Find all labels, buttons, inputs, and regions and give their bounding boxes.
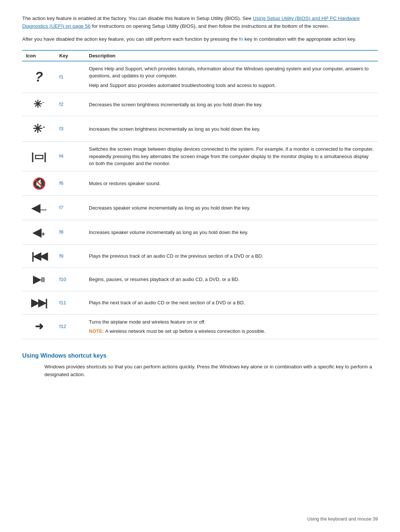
table-row: ◀—f7Decreases speaker volume incremental…: [22, 195, 378, 220]
row-description: Increases the screen brightness incremen…: [85, 116, 378, 142]
row-key: f10: [56, 268, 85, 291]
after-paragraph: After you have disabled the action key f…: [22, 36, 378, 43]
row-icon: ◀—: [22, 195, 56, 220]
table-row: |▭|f4Switches the screen image between d…: [22, 142, 378, 171]
row-description: Plays the previous track of an audio CD …: [85, 244, 378, 268]
row-description: Increases speaker volume incrementally a…: [85, 220, 378, 244]
table-row: ✳−f2Decreases the screen brightness incr…: [22, 93, 378, 116]
desc-paragraph: Opens Help and Support, which provides t…: [89, 65, 374, 80]
after-text-post: key in combination with the appropriate …: [243, 36, 356, 42]
table-row: ▶IIf10Begins, pauses, or resumes playbac…: [22, 268, 378, 291]
row-icon: ▶II: [22, 268, 56, 291]
row-icon: 🔇: [22, 171, 56, 195]
desc-paragraph: Help and Support also provides automated…: [89, 82, 374, 89]
table-row: |◀◀f9Plays the previous track of an audi…: [22, 244, 378, 268]
after-text-pre: After you have disabled the action key f…: [22, 36, 239, 42]
header-description: Description: [85, 50, 378, 61]
row-icon: |◀◀: [22, 244, 56, 268]
row-key: f2: [56, 93, 85, 116]
row-key: f3: [56, 116, 85, 142]
row-key: f6: [56, 171, 85, 195]
row-description: Plays the next track of an audio CD or t…: [85, 291, 378, 314]
table-row: 🔇f6Mutes or restores speaker sound.: [22, 171, 378, 195]
action-keys-table: Icon Key Description ?f1Opens Help and S…: [22, 50, 378, 339]
desc-paragraph: Increases speaker volume incrementally a…: [89, 229, 374, 236]
row-description: Begins, pauses, or resumes playback of a…: [85, 268, 378, 291]
row-description: Opens Help and Support, which provides t…: [85, 61, 378, 93]
intro-text-before-link: The action key feature is enabled at the…: [22, 16, 253, 21]
row-icon: ◀+: [22, 220, 56, 244]
note-label: NOTE:: [89, 328, 105, 334]
table-header-row: Icon Key Description: [22, 50, 378, 61]
section-body: Windows provides shortcuts so that you c…: [44, 363, 378, 379]
section-body-text: Windows provides shortcuts so that you c…: [44, 363, 378, 379]
row-key: f11: [56, 291, 85, 314]
header-icon: Icon: [22, 50, 56, 61]
desc-paragraph: Plays the next track of an audio CD or t…: [89, 299, 374, 307]
section-heading: Using Windows shortcut keys: [22, 352, 378, 359]
desc-paragraph: Decreases speaker volume incrementally a…: [89, 204, 374, 212]
row-key: f8: [56, 220, 85, 244]
desc-paragraph: Increases the screen brightness incremen…: [89, 126, 374, 133]
desc-paragraph: Plays the previous track of an audio CD …: [89, 252, 374, 260]
intro-text-after-link: for instructions on opening Setup Utilit…: [91, 23, 329, 29]
desc-paragraph: Switches the screen image between displa…: [89, 145, 374, 167]
table-row: ➜f12Turns the airplane mode and wireless…: [22, 314, 378, 339]
row-description: Mutes or restores speaker sound.: [85, 171, 378, 195]
row-key: f4: [56, 142, 85, 171]
table-row: ◀+f8Increases speaker volume incremental…: [22, 220, 378, 244]
row-description: Switches the screen image between displa…: [85, 142, 378, 171]
fn-key-highlight: fn: [239, 36, 243, 42]
table-row: ✳+f3Increases the screen brightness incr…: [22, 116, 378, 142]
row-key: f7: [56, 195, 85, 220]
row-icon: ✳−: [22, 93, 56, 116]
row-icon: ✳+: [22, 116, 56, 142]
table-row: ?f1Opens Help and Support, which provide…: [22, 61, 378, 93]
desc-paragraph: Mutes or restores speaker sound.: [89, 180, 374, 187]
row-icon: ▶▶|: [22, 291, 56, 314]
row-key: f1: [56, 61, 85, 93]
row-description: Decreases speaker volume incrementally a…: [85, 195, 378, 220]
header-key: Key: [56, 50, 85, 61]
desc-paragraph: Begins, pauses, or resumes playback of a…: [89, 276, 374, 283]
row-key: f12: [56, 314, 85, 339]
row-description: Turns the airplane mode and wireless fea…: [85, 314, 378, 339]
row-icon: |▭|: [22, 142, 56, 171]
row-description: Decreases the screen brightness incremen…: [85, 93, 378, 116]
desc-paragraph: Turns the airplane mode and wireless fea…: [89, 318, 374, 326]
desc-paragraph: Decreases the screen brightness incremen…: [89, 101, 374, 108]
row-icon: ➜: [22, 314, 56, 339]
table-row: ▶▶|f11Plays the next track of an audio C…: [22, 291, 378, 314]
intro-paragraph: The action key feature is enabled at the…: [22, 15, 378, 30]
row-key: f9: [56, 244, 85, 268]
note-paragraph: NOTE: A wireless network must be set up …: [89, 328, 374, 335]
row-icon: ?: [22, 61, 56, 93]
